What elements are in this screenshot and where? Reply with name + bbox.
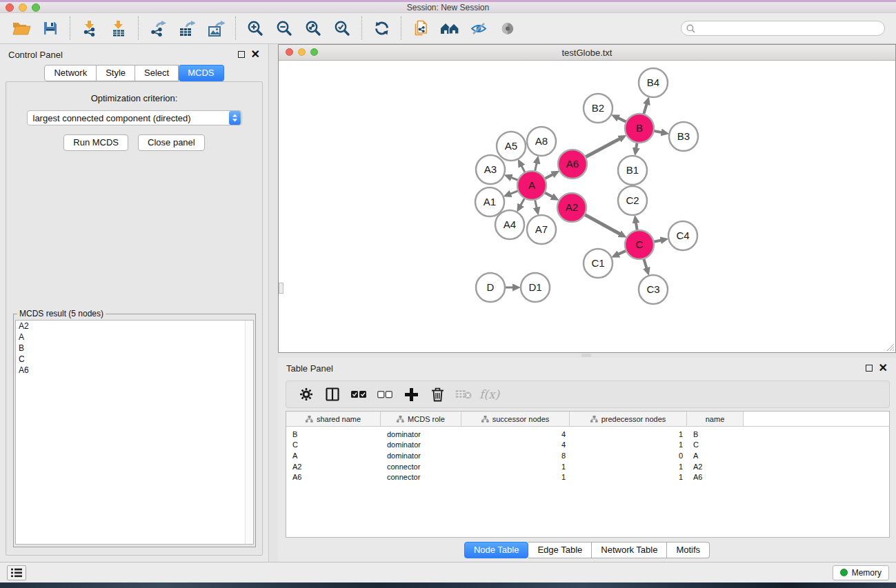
edge-C-C2[interactable] (636, 223, 637, 231)
search-field[interactable] (681, 21, 885, 36)
column-header-successor-nodes[interactable]: successor nodes (461, 412, 570, 426)
run-mcds-button[interactable]: Run MCDS (63, 134, 128, 151)
duplicate-network-button[interactable] (406, 15, 435, 41)
criterion-select[interactable]: largest connected component (directed) (27, 110, 242, 125)
select-all-button[interactable] (346, 383, 372, 406)
table-close-button[interactable]: ✕ (879, 365, 888, 372)
save-session-button[interactable] (36, 15, 65, 41)
resize-grip-icon[interactable] (886, 343, 895, 352)
table-row[interactable]: Cdominator41C (286, 440, 889, 451)
export-image-button[interactable] (201, 15, 230, 41)
network-close-button[interactable] (286, 48, 293, 56)
tab-edge-table[interactable]: Edge Table (528, 542, 592, 558)
edge-A-A3[interactable] (511, 177, 519, 180)
show-all-networks-button[interactable] (435, 15, 464, 41)
column-header-shared-name[interactable]: shared name (286, 412, 381, 426)
table-cell[interactable]: 1 (570, 430, 687, 438)
result-list-item[interactable]: B (16, 343, 253, 354)
deselect-all-button[interactable] (372, 383, 398, 406)
table-float-button[interactable] (866, 365, 873, 372)
minimize-window-button[interactable] (19, 3, 27, 12)
table-row[interactable]: A6connector11A6 (286, 472, 889, 483)
table-cell[interactable]: 1 (570, 463, 687, 471)
export-network-button[interactable] (143, 15, 172, 41)
table-cell[interactable]: dominator (381, 452, 461, 460)
network-window-titlebar[interactable]: testGlobe.txt (279, 45, 895, 61)
edge-A6-B[interactable] (586, 139, 620, 157)
network-canvas[interactable]: AA1A2A3A4A5A6A7A8BB1B2B3B4CC1C2C3C4DD1 (279, 61, 895, 352)
zoom-selected-button[interactable] (328, 15, 357, 41)
table-cell[interactable]: dominator (381, 430, 461, 438)
column-header-mcds-role[interactable]: MCDS role (381, 412, 461, 426)
table-cell[interactable]: connector (381, 463, 461, 471)
edge-C-C1[interactable] (618, 251, 626, 254)
table-cell[interactable]: 4 (461, 430, 570, 438)
edge-A-A7[interactable] (535, 200, 537, 208)
table-cell[interactable]: 1 (461, 463, 570, 471)
table-cell[interactable]: A6 (687, 473, 744, 481)
table-settings-button[interactable] (293, 383, 319, 406)
table-cell[interactable]: C (286, 440, 381, 449)
edge-A-A4[interactable] (521, 198, 525, 205)
tab-mcds[interactable]: MCDS (179, 65, 223, 81)
edge-A-A5[interactable] (521, 165, 525, 172)
tab-network-table[interactable]: Network Table (592, 542, 667, 558)
table-cell[interactable]: 1 (570, 440, 687, 449)
table-row[interactable]: Adominator80A (286, 450, 889, 461)
zoom-fit-button[interactable] (299, 15, 328, 41)
table-cell[interactable]: A2 (286, 463, 381, 471)
column-header-name[interactable]: name (687, 412, 744, 426)
network-zoom-button[interactable] (310, 48, 318, 56)
hide-selected-button[interactable] (464, 15, 493, 41)
result-list-item[interactable]: A6 (16, 365, 253, 376)
edge-A-A8[interactable] (535, 163, 537, 171)
table-row[interactable]: A2connector11A2 (286, 461, 889, 472)
open-session-button[interactable] (7, 15, 36, 41)
show-columns-button[interactable] (319, 383, 346, 406)
table-cell[interactable]: B (286, 430, 381, 438)
table-cell[interactable]: A2 (687, 463, 744, 471)
task-history-button[interactable] (7, 565, 26, 580)
network-minimize-button[interactable] (298, 48, 306, 56)
edge-A-A1[interactable] (510, 191, 519, 194)
close-window-button[interactable] (6, 3, 14, 12)
tab-select[interactable]: Select (135, 65, 179, 81)
table-cell[interactable]: 1 (461, 473, 570, 481)
import-table-button[interactable] (104, 15, 133, 41)
zoom-out-button[interactable] (270, 15, 299, 41)
apply-layout-button[interactable] (367, 15, 396, 41)
table-cell[interactable]: connector (381, 473, 461, 481)
edge-C-C4[interactable] (654, 240, 661, 241)
table-row[interactable]: Bdominator41B (286, 429, 889, 440)
table-cell[interactable]: dominator (381, 440, 461, 449)
table-cell[interactable]: B (687, 430, 744, 438)
close-panel-button[interactable]: Close panel (138, 134, 205, 151)
edge-B-B3[interactable] (654, 131, 662, 132)
canvas-scrollbar-nub[interactable] (279, 283, 283, 294)
result-list-scrollbar[interactable] (245, 321, 253, 544)
table-cell[interactable]: 8 (461, 452, 570, 460)
table-cell[interactable]: 0 (570, 452, 687, 460)
edge-A-A6[interactable] (545, 174, 553, 179)
tab-network[interactable]: Network (44, 65, 97, 81)
tab-motifs[interactable]: Motifs (667, 542, 710, 558)
create-column-button[interactable] (398, 383, 424, 406)
tab-node-table[interactable]: Node Table (464, 542, 529, 558)
show-hidden-button[interactable] (493, 15, 522, 41)
result-list-item[interactable]: C (16, 354, 253, 365)
table-cell[interactable]: C (687, 440, 744, 449)
table-cell[interactable]: A (286, 452, 381, 460)
import-network-button[interactable] (75, 15, 104, 41)
column-header-predecessor-nodes[interactable]: predecessor nodes (570, 412, 687, 426)
table-cell[interactable]: A6 (286, 473, 381, 481)
edge-B-B1[interactable] (636, 143, 637, 149)
function-builder-button[interactable]: f(x) (479, 387, 499, 401)
tab-style[interactable]: Style (97, 65, 135, 81)
edge-A-A2[interactable] (544, 192, 552, 196)
zoom-in-button[interactable] (241, 15, 270, 41)
table-cell[interactable]: 1 (570, 473, 687, 481)
float-panel-button[interactable] (238, 51, 245, 58)
edge-C-C3[interactable] (644, 258, 646, 268)
result-list-item[interactable]: A2 (16, 321, 253, 332)
close-panel-x-button[interactable]: ✕ (251, 51, 260, 58)
